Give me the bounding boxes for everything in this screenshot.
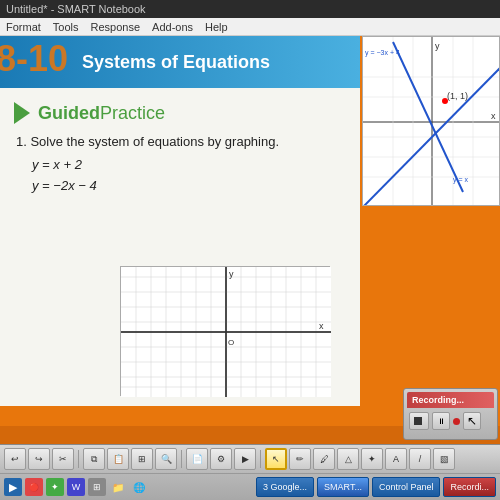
toolbar-btn-settings[interactable]: ⚙ xyxy=(210,448,232,470)
taskbar-google-label: 3 Google... xyxy=(263,482,307,492)
recording-pause-button[interactable]: ⏸ xyxy=(432,412,450,430)
toolbar-btn-text[interactable]: A xyxy=(385,448,407,470)
lesson-header: 8-10 Systems of Equations xyxy=(0,36,360,88)
triangle-icon xyxy=(14,102,30,124)
toolbar-btn-shape[interactable]: ✦ xyxy=(361,448,383,470)
taskbar-smart-label: SMART... xyxy=(324,482,362,492)
recording-mouse-button[interactable]: ↖ xyxy=(463,412,481,430)
student-graph: y x O xyxy=(120,266,330,396)
toolbar-btn-line[interactable]: / xyxy=(409,448,431,470)
guided-light: Practice xyxy=(100,103,165,123)
tray-icon-5[interactable]: 📁 xyxy=(109,478,127,496)
toolbar-btn-new[interactable]: 📄 xyxy=(186,448,208,470)
menu-bar: Format Tools Response Add-ons Help xyxy=(0,18,500,36)
toolbar-btn-undo[interactable]: ↩ xyxy=(4,448,26,470)
taskbar-controlpanel-label: Control Panel xyxy=(379,482,434,492)
tray-icon-2[interactable]: ✦ xyxy=(46,478,64,496)
svg-text:x: x xyxy=(319,321,324,331)
svg-text:x: x xyxy=(491,111,496,121)
title-bar: Untitled* - SMART Notebook xyxy=(0,0,500,18)
mouse-cursor-icon: ↖ xyxy=(467,414,477,428)
toolbar-btn-marker[interactable]: 🖊 xyxy=(313,448,335,470)
taskbar-google[interactable]: 3 Google... xyxy=(256,477,314,497)
toolbar-btn-redo[interactable]: ↪ xyxy=(28,448,50,470)
tray-icon-4[interactable]: ⊞ xyxy=(88,478,106,496)
svg-text:(1, 1): (1, 1) xyxy=(447,91,468,101)
equations: y = x + 2 y = −2x − 4 xyxy=(32,155,346,197)
top-graph: (1, 1) y x y = −3x + 4 y = x xyxy=(362,36,500,206)
taskbar-recording-label: Recordi... xyxy=(450,482,489,492)
equation2: y = −2x − 4 xyxy=(32,176,346,197)
lesson-number: 8-10 xyxy=(0,38,68,80)
toolbar-btn-fill[interactable]: ▧ xyxy=(433,448,455,470)
menu-help[interactable]: Help xyxy=(205,21,228,33)
taskbar: ↩ ↪ ✂ ⧉ 📋 ⊞ 🔍 📄 ⚙ ▶ ↖ ✏ 🖊 △ ✦ A / ▧ ▶ 🔴 … xyxy=(0,444,500,500)
lesson-title: Systems of Equations xyxy=(82,52,270,73)
recording-popup: Recording... ⏸ ↖ xyxy=(403,388,498,440)
tray-icon-1[interactable]: 🔴 xyxy=(25,478,43,496)
main-area: 8-10 Systems of Equations GuidedPractice… xyxy=(0,36,500,426)
toolbar-btn-cut[interactable]: ✂ xyxy=(52,448,74,470)
guided-practice-section: GuidedPractice xyxy=(14,102,346,124)
toolbar-btn-paste[interactable]: 📋 xyxy=(107,448,129,470)
menu-response[interactable]: Response xyxy=(91,21,141,33)
recording-indicator xyxy=(453,418,460,425)
tray-icon-3[interactable]: W xyxy=(67,478,85,496)
guided-bold: Guided xyxy=(38,103,100,123)
toolbar-btn-copy[interactable]: ⧉ xyxy=(83,448,105,470)
recording-title: Recording... xyxy=(412,395,464,405)
recording-controls: ⏸ ↖ xyxy=(407,410,494,432)
toolbar-separator-1 xyxy=(78,450,79,468)
system-tray: ▶ 🔴 ✦ W ⊞ 📁 🌐 3 Google... SMART... Contr… xyxy=(0,474,500,500)
toolbar-btn-pen[interactable]: ✏ xyxy=(289,448,311,470)
recording-header: Recording... xyxy=(407,392,494,408)
equation1: y = x + 2 xyxy=(32,155,346,176)
svg-text:y = x: y = x xyxy=(453,176,468,184)
student-graph-svg: y x O xyxy=(121,267,331,397)
svg-text:y: y xyxy=(435,41,440,51)
tray-icon-6[interactable]: 🌐 xyxy=(130,478,148,496)
problem-text: 1. Solve the system of equations by grap… xyxy=(16,134,346,149)
taskbar-recording[interactable]: Recordi... xyxy=(443,477,496,497)
pause-icon: ⏸ xyxy=(437,417,445,426)
toolbar-btn-select[interactable]: ↖ xyxy=(265,448,287,470)
menu-addons[interactable]: Add-ons xyxy=(152,21,193,33)
toolbar-btn-play[interactable]: ▶ xyxy=(234,448,256,470)
toolbar-separator-3 xyxy=(260,450,261,468)
stop-icon xyxy=(414,417,422,425)
guided-practice-label: GuidedPractice xyxy=(38,103,165,124)
toolbar-btn-eraser[interactable]: △ xyxy=(337,448,359,470)
svg-text:y: y xyxy=(229,269,234,279)
app-title: Untitled* - SMART Notebook xyxy=(6,3,146,15)
slide-content: GuidedPractice 1. Solve the system of eq… xyxy=(0,88,360,197)
graph-svg: (1, 1) y x y = −3x + 4 y = x xyxy=(363,37,500,206)
toolbar-row: ↩ ↪ ✂ ⧉ 📋 ⊞ 🔍 📄 ⚙ ▶ ↖ ✏ 🖊 △ ✦ A / ▧ xyxy=(0,445,500,474)
taskbar-controlpanel[interactable]: Control Panel xyxy=(372,477,441,497)
taskbar-smart[interactable]: SMART... xyxy=(317,477,369,497)
recording-stop-button[interactable] xyxy=(409,412,429,430)
start-icon[interactable]: ▶ xyxy=(4,478,22,496)
menu-format[interactable]: Format xyxy=(6,21,41,33)
toolbar-separator-2 xyxy=(181,450,182,468)
toolbar-btn-zoom[interactable]: 🔍 xyxy=(155,448,177,470)
menu-tools[interactable]: Tools xyxy=(53,21,79,33)
svg-text:O: O xyxy=(228,338,234,347)
svg-text:y = −3x + 4: y = −3x + 4 xyxy=(365,49,400,57)
toolbar-btn-grid[interactable]: ⊞ xyxy=(131,448,153,470)
